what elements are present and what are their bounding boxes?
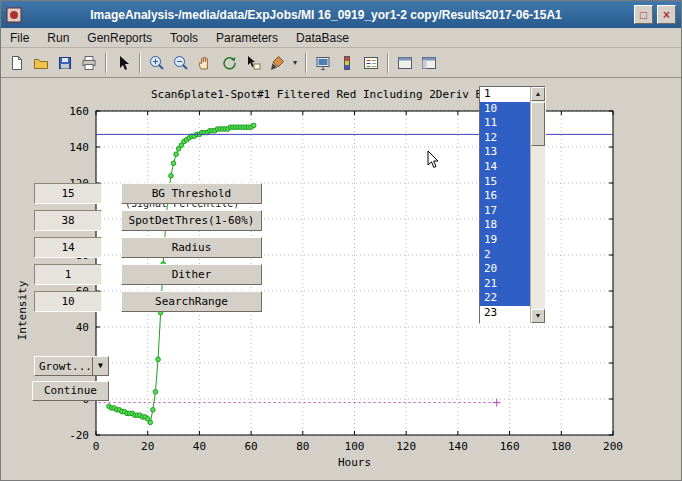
insert-legend-button[interactable]	[359, 51, 383, 75]
rotate-3d-icon	[220, 54, 238, 72]
svg-text:200: 200	[603, 440, 623, 453]
svg-text:0: 0	[93, 440, 100, 453]
print-figure-icon	[314, 54, 332, 72]
maximize-icon: □	[640, 9, 647, 21]
pan-hand-button[interactable]	[193, 51, 217, 75]
list-item[interactable]: 19	[480, 233, 530, 248]
arrow-down-icon: ▼	[535, 312, 542, 319]
searchrange-button[interactable]: SearchRange	[121, 291, 262, 312]
list-item[interactable]: 12	[480, 131, 530, 146]
brush-dropdown-button[interactable]: ▾	[289, 51, 301, 75]
print-figure-button[interactable]	[311, 51, 335, 75]
open-folder-icon	[32, 54, 50, 72]
list-item[interactable]: 23	[480, 306, 530, 321]
zoom-out-button[interactable]	[169, 51, 193, 75]
svg-text:160: 160	[69, 105, 89, 118]
window-title: ImageAnalysis-/media/data/ExpJobs/MI 16_…	[22, 8, 630, 22]
maximize-button[interactable]: □	[634, 5, 653, 24]
list-item[interactable]: 13	[480, 145, 530, 160]
select-arrow-button[interactable]	[111, 51, 135, 75]
window-titlebar: ImageAnalysis-/media/data/ExpJobs/MI 16_…	[1, 1, 681, 28]
svg-text:Scan6plate1-Spot#1 Filtered Re: Scan6plate1-Spot#1 Filtered Red Includin…	[151, 88, 489, 101]
list-item[interactable]: 21	[480, 277, 530, 292]
list-item[interactable]: 22	[480, 291, 530, 306]
svg-text:40: 40	[76, 321, 89, 334]
list-item[interactable]: 11	[480, 116, 530, 131]
scrollbar-thumb[interactable]	[531, 102, 545, 146]
menu-parameters[interactable]: Parameters	[207, 28, 287, 48]
radius-input[interactable]	[34, 237, 102, 258]
mouse-cursor	[427, 150, 441, 170]
rotate-3d-button[interactable]	[217, 51, 241, 75]
growth-dropdown[interactable]: Growt... ▼	[34, 356, 109, 376]
svg-text:100: 100	[345, 440, 365, 453]
y-axis-label: Intensity	[16, 256, 29, 366]
pan-hand-icon	[196, 54, 214, 72]
list-item[interactable]: 16	[480, 189, 530, 204]
menu-tools[interactable]: Tools	[161, 28, 207, 48]
list-item[interactable]: 17	[480, 204, 530, 219]
svg-text:Hours: Hours	[338, 456, 371, 469]
list-item[interactable]: 18	[480, 218, 530, 233]
dither-button[interactable]: Dither	[121, 264, 262, 285]
new-file-button[interactable]	[5, 51, 29, 75]
toolbar-separator	[139, 53, 141, 73]
chart-svg: 020406080100120140160180200-200204060801…	[1, 78, 682, 480]
spotdetthres-button[interactable]: SpotDetThres(1-60%)	[121, 210, 262, 231]
insert-colorbar-icon	[338, 54, 356, 72]
svg-text:-20: -20	[69, 429, 89, 442]
radius-button[interactable]: Radius	[121, 237, 262, 258]
list-item[interactable]: 2	[480, 248, 530, 263]
svg-text:160: 160	[500, 440, 520, 453]
bg-threshold-input[interactable]	[34, 183, 102, 204]
menu-file[interactable]: File	[1, 28, 38, 48]
toolbar-separator	[387, 53, 389, 73]
select-arrow-icon	[114, 54, 132, 72]
svg-text:120: 120	[396, 440, 416, 453]
listbox-items: 110111213141516171819220212223	[480, 87, 530, 323]
spotdetthres-input[interactable]	[34, 210, 102, 231]
listbox-scrollbar[interactable]: ▲ ▼	[530, 87, 545, 323]
menu-genreports[interactable]: GenReports	[78, 28, 161, 48]
hide-plot-tools-button[interactable]	[393, 51, 417, 75]
insert-colorbar-button[interactable]	[335, 51, 359, 75]
list-item[interactable]: 1	[480, 87, 530, 102]
svg-text:140: 140	[448, 440, 468, 453]
app-window: ImageAnalysis-/media/data/ExpJobs/MI 16_…	[0, 0, 682, 481]
close-button[interactable]: ×	[657, 5, 676, 24]
menu-run[interactable]: Run	[38, 28, 78, 48]
zoom-out-icon	[172, 54, 190, 72]
svg-text:20: 20	[141, 440, 154, 453]
menubar: File Run GenReports Tools Parameters Dat…	[1, 28, 681, 48]
list-item[interactable]: 20	[480, 262, 530, 277]
brush-icon	[268, 54, 286, 72]
zoom-in-icon	[148, 54, 166, 72]
chevron-down-icon[interactable]: ▼	[92, 357, 108, 375]
list-item[interactable]: 14	[480, 160, 530, 175]
zoom-in-button[interactable]	[145, 51, 169, 75]
print-button[interactable]	[77, 51, 101, 75]
searchrange-input[interactable]	[34, 291, 102, 312]
save-button[interactable]	[53, 51, 77, 75]
open-folder-button[interactable]	[29, 51, 53, 75]
list-item[interactable]: 10	[480, 102, 530, 117]
dither-input[interactable]	[34, 264, 102, 285]
scroll-up-button[interactable]: ▲	[531, 87, 545, 101]
growth-dropdown-value: Growt...	[35, 357, 92, 375]
show-plot-tools-button[interactable]	[417, 51, 441, 75]
list-item[interactable]: 15	[480, 175, 530, 190]
toolbar-separator	[305, 53, 307, 73]
brush-button[interactable]	[265, 51, 289, 75]
svg-text:60: 60	[244, 440, 257, 453]
arrow-up-icon: ▲	[535, 90, 542, 97]
svg-text:140: 140	[69, 141, 89, 154]
close-icon: ×	[663, 9, 670, 21]
continue-button[interactable]: Continue	[32, 381, 109, 401]
show-plot-tools-icon	[420, 54, 438, 72]
data-cursor-button[interactable]	[241, 51, 265, 75]
bg-threshold-button[interactable]: BG Threshold	[121, 183, 262, 204]
chevron-down-icon: ▾	[293, 58, 297, 67]
menu-database[interactable]: DataBase	[287, 28, 358, 48]
scroll-down-button[interactable]: ▼	[531, 309, 545, 323]
data-cursor-icon	[244, 54, 262, 72]
